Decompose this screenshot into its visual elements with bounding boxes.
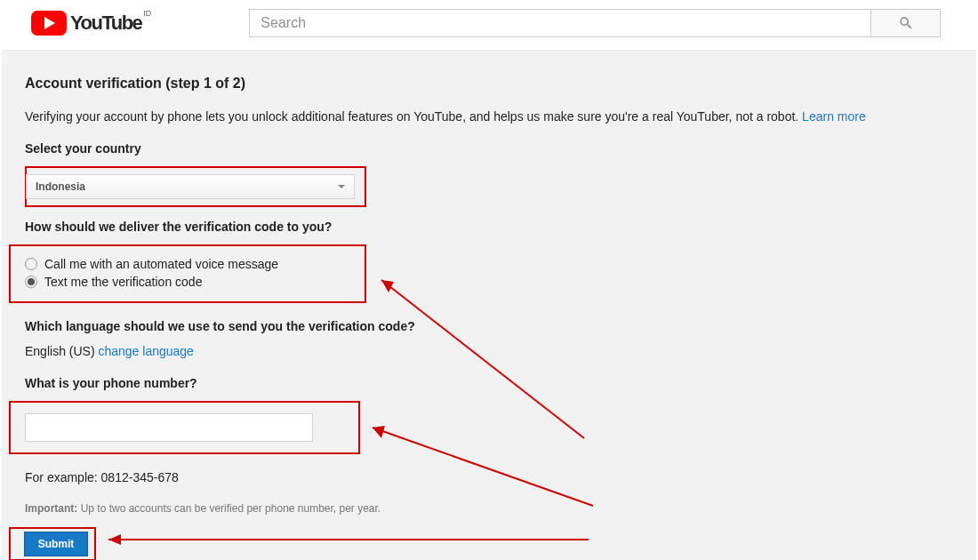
- radio-option-call[interactable]: Call me with an automated voice message: [25, 257, 365, 271]
- country-value: Indonesia: [36, 180, 85, 193]
- language-label: Which language should we use to send you…: [25, 319, 953, 333]
- learn-more-link[interactable]: Learn more: [802, 109, 866, 124]
- phone-input[interactable]: [25, 413, 313, 442]
- search-bar: [249, 9, 941, 37]
- page-description: Verifying your account by phone lets you…: [25, 109, 953, 124]
- phone-highlight-box: [9, 401, 360, 454]
- page-title: Account verification (step 1 of 2): [25, 76, 953, 92]
- phone-label: What is your phone number?: [25, 376, 953, 390]
- annotation-arrow-2: [353, 417, 611, 515]
- header: YouTube ID: [0, 0, 978, 50]
- radio-checked-icon: [25, 276, 37, 288]
- country-select[interactable]: Indonesia: [26, 174, 355, 199]
- annotation-arrow-1: [362, 269, 611, 447]
- language-value: English (US): [25, 344, 98, 358]
- radio-call-label: Call me with an automated voice message: [44, 257, 278, 271]
- main-content: Account verification (step 1 of 2) Verif…: [2, 50, 976, 560]
- svg-marker-1: [381, 280, 394, 292]
- submit-button[interactable]: Submit: [24, 532, 88, 556]
- svg-line-0: [381, 280, 584, 438]
- youtube-play-icon: [31, 11, 67, 36]
- search-button[interactable]: [871, 9, 941, 37]
- submit-highlight-box: Submit: [9, 527, 96, 560]
- chevron-down-icon: [338, 185, 345, 188]
- search-icon: [898, 15, 914, 31]
- note-bold: Important:: [25, 502, 77, 515]
- svg-marker-3: [373, 426, 385, 438]
- delivery-highlight-box: Call me with an automated voice message …: [9, 244, 366, 303]
- radio-text-label: Text me the verification code: [44, 275, 202, 289]
- svg-marker-5: [108, 534, 121, 545]
- annotation-arrow-3: [91, 531, 606, 548]
- logo-region-badge: ID: [143, 9, 151, 18]
- youtube-logo[interactable]: YouTube: [31, 11, 141, 36]
- important-note: Important: Up to two accounts can be ver…: [25, 502, 953, 515]
- phone-example: For example: 0812-345-678: [25, 470, 953, 484]
- radio-option-text[interactable]: Text me the verification code: [25, 275, 365, 289]
- deliver-label: How should we deliver the verification c…: [25, 220, 953, 234]
- country-highlight-box: Indonesia: [25, 166, 366, 207]
- language-row: English (US) change language: [25, 344, 953, 358]
- radio-icon: [25, 258, 37, 270]
- search-input[interactable]: [249, 9, 871, 37]
- country-label: Select your country: [25, 141, 953, 156]
- change-language-link[interactable]: change language: [98, 344, 193, 358]
- note-text: Up to two accounts can be verified per p…: [77, 502, 381, 515]
- logo-text: YouTube: [70, 12, 141, 35]
- svg-line-2: [373, 428, 593, 506]
- logo-wrap: YouTube ID: [31, 11, 151, 36]
- desc-text: Verifying your account by phone lets you…: [25, 109, 802, 124]
